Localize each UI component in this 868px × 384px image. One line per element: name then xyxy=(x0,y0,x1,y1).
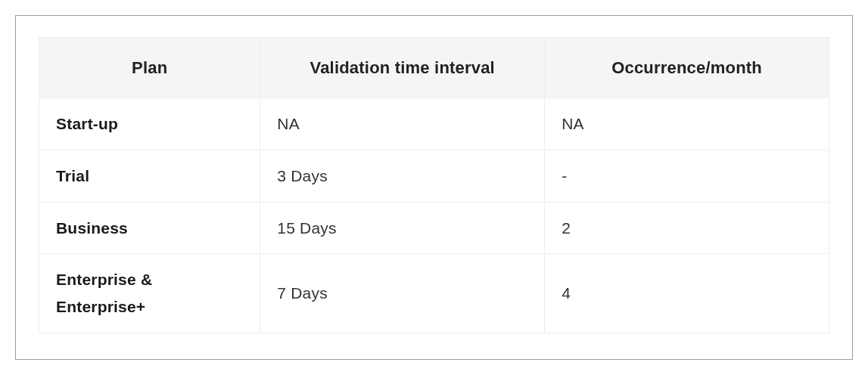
cell-interval: NA xyxy=(260,98,545,150)
col-header-occurrence: Occurrence/month xyxy=(545,38,829,98)
cell-plan: Trial xyxy=(39,150,260,202)
plans-table: Plan Validation time interval Occurrence… xyxy=(39,37,829,333)
cell-occurrence: 2 xyxy=(545,202,829,254)
cell-interval: 15 Days xyxy=(260,202,545,254)
cell-plan: Start-up xyxy=(39,98,260,150)
cell-occurrence: 4 xyxy=(545,254,829,333)
cell-occurrence: NA xyxy=(545,98,829,150)
cell-interval: 3 Days xyxy=(260,150,545,202)
table-header-row: Plan Validation time interval Occurrence… xyxy=(39,38,829,98)
table-row: Enterprise & Enterprise+ 7 Days 4 xyxy=(39,254,829,333)
table-frame: Plan Validation time interval Occurrence… xyxy=(15,15,853,360)
table-row: Business 15 Days 2 xyxy=(39,202,829,254)
table-row: Trial 3 Days - xyxy=(39,150,829,202)
col-header-plan: Plan xyxy=(39,38,260,98)
cell-plan: Business xyxy=(39,202,260,254)
cell-plan: Enterprise & Enterprise+ xyxy=(39,254,260,333)
cell-interval: 7 Days xyxy=(260,254,545,333)
table-row: Start-up NA NA xyxy=(39,98,829,150)
col-header-interval: Validation time interval xyxy=(260,38,545,98)
cell-occurrence: - xyxy=(545,150,829,202)
